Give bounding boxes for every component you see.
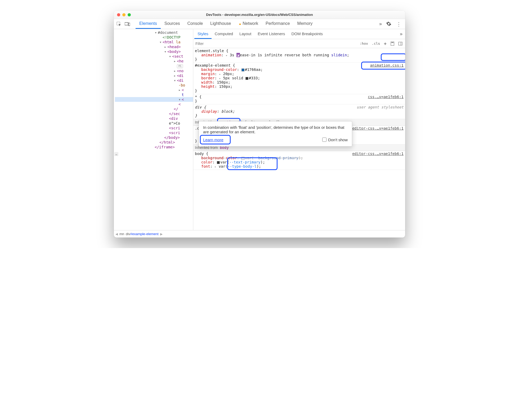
- expand-icon[interactable]: ▸: [226, 54, 228, 57]
- tabs-overflow-icon[interactable]: »: [378, 21, 383, 27]
- device-icon[interactable]: [124, 21, 130, 27]
- tooltip-text: In combination with 'float' and 'positio…: [203, 125, 348, 134]
- dom-html[interactable]: <html: [163, 40, 176, 44]
- dom-overflow-badge[interactable]: …: [114, 152, 118, 156]
- dom-document[interactable]: #document: [158, 30, 178, 35]
- rule-body[interactable]: editor-css.…v=ae1feb6:1 body { backgroun…: [193, 151, 405, 170]
- dom-child-2[interactable]: <: [178, 102, 181, 106]
- tab-memory[interactable]: Memory: [294, 19, 316, 29]
- subtab-listeners[interactable]: Event Listeners: [254, 29, 288, 39]
- dom-script-2[interactable]: <scri: [169, 131, 180, 135]
- dom-div-1[interactable]: <di: [177, 74, 184, 78]
- dom-child-1[interactable]: <: [182, 88, 184, 92]
- tab-sources[interactable]: Sources: [161, 19, 184, 29]
- zoom-icon[interactable]: [128, 13, 131, 16]
- tab-performance[interactable]: Performance: [262, 19, 294, 29]
- svg-rect-5: [399, 42, 402, 45]
- dom-tree[interactable]: #document <!DOCTYP <html la <head> <body…: [114, 29, 193, 230]
- cls-button[interactable]: .cls: [370, 40, 382, 47]
- easing-icon[interactable]: ◪: [236, 53, 240, 57]
- window-title: DevTools - developer.mozilla.org/en-US/d…: [114, 13, 405, 17]
- main-toolbar: Elements Sources Console Lighthouse Netw…: [114, 19, 405, 29]
- breadcrumb[interactable]: ◀ mn div#example-element ▶: [114, 230, 405, 238]
- filter-input[interactable]: [193, 42, 358, 46]
- chevron-right-icon[interactable]: ▶: [160, 232, 163, 236]
- subtab-computed[interactable]: Computed: [212, 29, 236, 39]
- dom-text: t: [182, 93, 184, 97]
- dom-close-html: </html>: [159, 140, 175, 144]
- css-var-body-l[interactable]: --type-body-l: [227, 164, 257, 168]
- dom-close-1: </: [174, 107, 178, 111]
- svg-rect-4: [391, 42, 393, 43]
- tab-network[interactable]: Network: [235, 19, 262, 29]
- tab-elements[interactable]: Elements: [136, 19, 161, 29]
- inspect-icon[interactable]: [116, 21, 122, 27]
- dom-head[interactable]: <head>: [167, 45, 181, 49]
- dom-selected[interactable]: <: [182, 97, 184, 102]
- dom-body[interactable]: <body>: [167, 49, 181, 54]
- svg-rect-1: [125, 22, 128, 25]
- property-tooltip: In combination with 'float' and 'positio…: [199, 121, 352, 147]
- dom-div-2[interactable]: <di: [177, 78, 184, 83]
- minimize-icon[interactable]: [122, 13, 126, 16]
- dont-show-checkbox[interactable]: [322, 138, 326, 142]
- rule-element-style[interactable]: element.style { animation: ▸ 3s ◪ease-in…: [193, 48, 405, 63]
- crumb-prev[interactable]: mn: [119, 232, 124, 236]
- dom-close-sec: </sec: [169, 112, 180, 116]
- filter-bar: :hov .cls +: [193, 39, 405, 48]
- dom-attr: -bo: [178, 83, 185, 87]
- devtools-window: DevTools - developer.mozilla.org/en-US/d…: [114, 11, 405, 238]
- sidebar-toggle-icon[interactable]: [397, 40, 404, 47]
- main-tabs: Elements Sources Console Lighthouse Netw…: [136, 19, 316, 29]
- dom-heading[interactable]: <he: [177, 59, 184, 63]
- subtab-styles[interactable]: Styles: [194, 29, 212, 39]
- source-star[interactable]: css.…v=ae1feb6:1: [368, 95, 404, 99]
- dom-div-out[interactable]: <div: [169, 116, 178, 121]
- dom-text-co: e">Co: [169, 121, 180, 125]
- rule-div-ua[interactable]: user agent stylesheet div { display: blo…: [193, 104, 405, 119]
- rule-example-element[interactable]: animation.css:1 #example-element { backg…: [193, 63, 405, 94]
- subtabs-overflow-icon[interactable]: »: [398, 31, 404, 37]
- subtab-dom-breakpoints[interactable]: DOM Breakpoints: [288, 29, 326, 39]
- dom-close-body: </body>: [164, 135, 180, 140]
- dom-noscript[interactable]: <no: [177, 69, 184, 73]
- traffic-lights: [117, 13, 131, 16]
- rule-star[interactable]: css.…v=ae1feb6:1 * { }: [193, 94, 405, 104]
- settings-icon[interactable]: [386, 21, 392, 27]
- source-animation-css[interactable]: animation.css:1: [370, 63, 404, 67]
- titlebar: DevTools - developer.mozilla.org/en-US/d…: [114, 11, 405, 19]
- dont-show-label[interactable]: Don't show: [321, 137, 348, 143]
- chevron-left-icon[interactable]: ◀: [115, 232, 118, 236]
- swatch-icon[interactable]: [241, 157, 244, 160]
- dom-flex-badge[interactable]: fl: [177, 64, 183, 68]
- computed-toggle-icon[interactable]: [389, 40, 396, 47]
- crumb-selected[interactable]: div#example-element: [126, 232, 159, 236]
- swatch-icon[interactable]: [245, 77, 248, 80]
- hov-button[interactable]: :hov: [358, 40, 370, 47]
- dom-close-iframe: </iframe>: [155, 145, 175, 149]
- animation-name-link[interactable]: slidein: [331, 53, 347, 57]
- prop-animation[interactable]: animation: [201, 53, 221, 57]
- tab-console[interactable]: Console: [184, 19, 207, 29]
- selector-element-style: element.style {: [195, 49, 404, 53]
- source-ua: user agent stylesheet: [357, 105, 404, 109]
- new-rule-icon[interactable]: +: [382, 40, 388, 47]
- tab-lighthouse[interactable]: Lighthouse: [207, 19, 235, 29]
- swatch-icon[interactable]: [241, 69, 244, 71]
- dom-script-1[interactable]: <scri: [169, 126, 180, 130]
- css-var-text[interactable]: --text-primary: [229, 160, 261, 164]
- source-output[interactable]: editor-css.…v=ae1feb6:1: [352, 126, 404, 130]
- svg-rect-2: [128, 23, 130, 26]
- close-icon[interactable]: [117, 13, 120, 16]
- swatch-icon[interactable]: [217, 161, 220, 164]
- dom-section[interactable]: <sect: [172, 54, 183, 58]
- kebab-icon[interactable]: ⋮: [395, 21, 403, 27]
- subtab-layout[interactable]: Layout: [236, 29, 254, 39]
- source-body[interactable]: editor-css.…v=ae1feb6:1: [352, 152, 404, 156]
- styles-subtabs: Styles Computed Layout Event Listeners D…: [193, 29, 405, 39]
- dom-doctype[interactable]: <!DOCTYP: [163, 35, 180, 39]
- learn-more-link[interactable]: Learn more: [203, 138, 223, 142]
